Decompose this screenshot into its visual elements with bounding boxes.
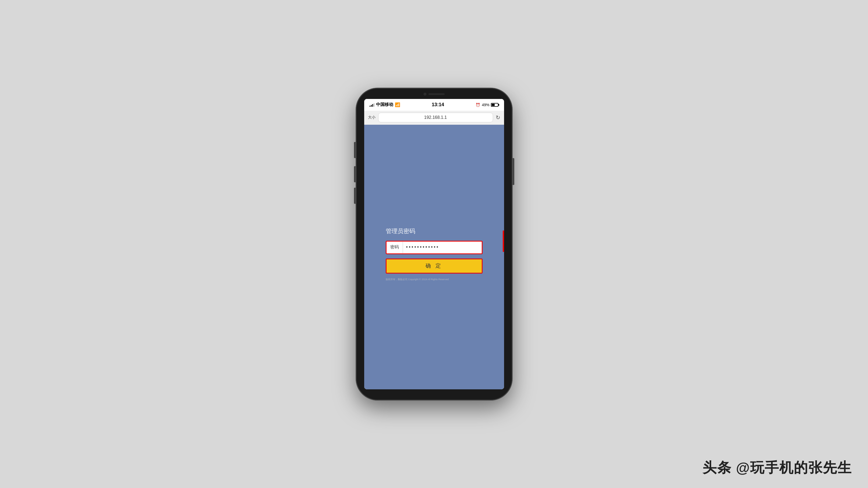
confirm-btn-wrapper: 确 定 — [386, 258, 483, 273]
scroll-indicator — [503, 230, 504, 252]
phone-frame: 中国移动 📶 13:14 ⏰ 49% 大小 192.168.1.1 ↻ — [356, 88, 512, 400]
status-left: 中国移动 📶 — [370, 102, 400, 107]
password-field-wrapper: 密码 — [386, 241, 483, 254]
url-text: 192.168.1.1 — [424, 115, 447, 120]
speaker-grille — [429, 93, 445, 95]
login-area: 管理员密码 密码 确 定 版权所有，翻版必究 Copyright © 2019 … — [386, 227, 483, 281]
url-bar[interactable]: 192.168.1.1 — [378, 113, 493, 122]
reload-button[interactable]: ↻ — [496, 114, 500, 121]
battery-icon — [491, 103, 498, 107]
signal-bars-icon — [370, 103, 374, 107]
camera-dot — [424, 93, 426, 95]
status-bar: 中国移动 📶 13:14 ⏰ 49% — [364, 99, 504, 111]
watermark: 头条 @玩手机的张先生 — [703, 458, 852, 477]
browser-content: 管理员密码 密码 确 定 版权所有，翻版必究 Copyright © 2019 … — [364, 125, 504, 389]
battery-percent: 49% — [482, 103, 489, 107]
alarm-icon: ⏰ — [475, 103, 480, 107]
confirm-button[interactable]: 确 定 — [386, 259, 482, 273]
login-title: 管理员密码 — [386, 227, 415, 235]
password-label: 密码 — [386, 241, 403, 253]
browser-bar: 大小 192.168.1.1 ↻ — [364, 111, 504, 125]
wifi-icon: 📶 — [395, 102, 400, 107]
phone-screen: 中国移动 📶 13:14 ⏰ 49% 大小 192.168.1.1 ↻ — [364, 99, 504, 389]
status-right: ⏰ 49% — [475, 103, 498, 107]
size-button[interactable]: 大小 — [368, 115, 375, 120]
phone-notch — [415, 91, 453, 97]
carrier-label: 中国移动 — [376, 102, 393, 107]
time-display: 13:14 — [432, 102, 444, 107]
password-input[interactable] — [403, 245, 482, 250]
copyright-text: 版权所有，翻版必究 Copyright © 2019 All Rights Re… — [386, 278, 449, 281]
